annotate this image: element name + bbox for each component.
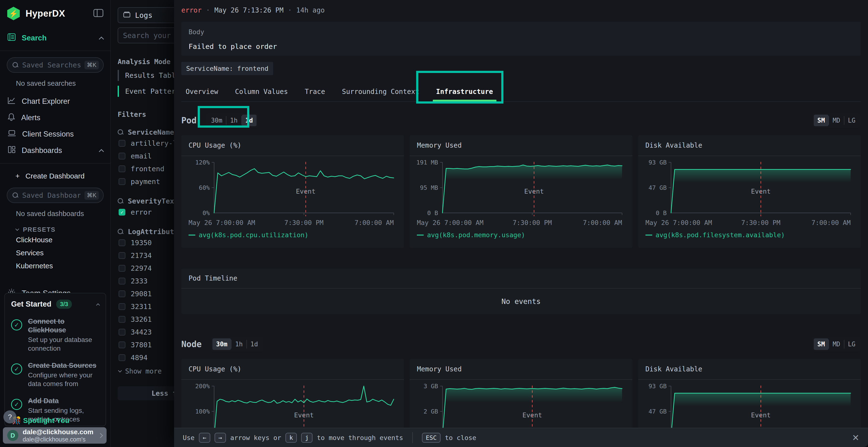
checkbox[interactable] (119, 153, 125, 160)
sidebar-item-dashboards[interactable]: Dashboards (0, 142, 111, 159)
pod-memory-plot: 191 MB95 MB0 BEventMay 26 7:00:00 AM7:30… (417, 159, 625, 231)
task-title: Connect to ClickHouse (28, 317, 99, 335)
chart-title: CPU Usage (%) (181, 135, 404, 156)
pod-range-1d[interactable]: 1d (242, 115, 256, 126)
get-started-task-list: ✓Connect to ClickHouseSet up your databa… (11, 317, 99, 424)
saved-searches-input[interactable]: Saved Searches ⌘K (7, 57, 104, 73)
pod-range-1h[interactable]: 1h (226, 115, 241, 126)
node-section-header: Node 30m1h1d SMMDLG (181, 337, 861, 352)
presets-label: PRESETS (23, 226, 56, 233)
node-size-group: SMMDLG (812, 337, 861, 352)
checkbox[interactable] (119, 140, 125, 147)
svg-text:Event: Event (296, 187, 315, 195)
pod-size-lg[interactable]: LG (844, 115, 859, 126)
get-started-task[interactable]: ✓Create Data SourcesConfigure where your… (11, 361, 99, 388)
chart-explorer-icon (7, 96, 16, 106)
node-section-title: Node (181, 339, 202, 349)
user-org: dale@clickhouse.com's (23, 436, 93, 443)
search-nav-icon (7, 33, 16, 43)
node-size-lg[interactable]: LG (844, 338, 859, 350)
sidebar-item-label: Search (22, 34, 46, 42)
body-value: Failed to place order (189, 42, 854, 50)
task-desc: Set up your database connection (28, 336, 99, 353)
service-name-chip[interactable]: ServiceName: frontend (181, 62, 273, 75)
search-icon (12, 62, 18, 68)
pod-range-30m[interactable]: 30m (207, 115, 226, 126)
node-range-30m[interactable]: 30m (212, 338, 231, 350)
checkbox[interactable] (119, 316, 125, 323)
checkbox[interactable] (119, 290, 125, 297)
tab-column-values[interactable]: Column Values (235, 84, 288, 101)
event-relative-time: 14h ago (296, 6, 325, 14)
pod-size-sm[interactable]: SM (814, 115, 829, 126)
svg-text:0 B: 0 B (656, 209, 667, 216)
sidebar-item-search[interactable]: Search (0, 30, 111, 46)
bell-icon (7, 112, 16, 123)
create-dashboard-label: Create Dashboard (26, 172, 85, 180)
legend-line-swatch (646, 235, 652, 236)
saved-dashboards-input[interactable]: Saved Dashboards ⌘K (7, 187, 104, 203)
filter-option-label: payment (131, 177, 160, 186)
search-icon (118, 198, 123, 204)
create-dashboard-button[interactable]: + Create Dashboard (0, 168, 111, 184)
checkbox[interactable]: ✓ (119, 209, 125, 215)
node-range-1d[interactable]: 1d (247, 338, 261, 350)
chevron-up-icon[interactable] (96, 303, 100, 307)
mode-indicator-bar (118, 70, 119, 81)
pod-time-range-group: 30m1h1d (206, 113, 258, 128)
task-check-icon: ✓ (11, 319, 22, 331)
sidebar: ⚡ HyperDX Search Saved Searches ⌘K No sa… (0, 0, 111, 447)
svg-text:7:30:00 PM: 7:30:00 PM (741, 219, 780, 227)
presets-toggle[interactable]: PRESETS (16, 226, 111, 233)
filter-option-label: 2333 (131, 277, 148, 285)
checkbox[interactable] (119, 252, 125, 259)
arrow-left-key: ← (199, 433, 210, 443)
tab-surrounding-context[interactable]: Surrounding Context (342, 84, 419, 101)
svg-text:93 GB: 93 GB (649, 159, 667, 166)
checkbox[interactable] (119, 278, 125, 284)
preset-kubernetes[interactable]: Kubernetes (0, 260, 111, 272)
tab-overview[interactable]: Overview (186, 84, 218, 101)
sidebar-collapse-icon[interactable] (93, 8, 104, 19)
pod-size-md[interactable]: MD (829, 115, 844, 126)
node-range-1h[interactable]: 1h (231, 338, 246, 350)
checkbox[interactable] (119, 354, 125, 361)
sidebar-item-client-sessions[interactable]: Client Sessions (0, 126, 111, 142)
preset-services[interactable]: Services (0, 246, 111, 260)
chevron-down-icon (118, 369, 122, 373)
checkbox[interactable] (119, 342, 125, 348)
help-button[interactable]: ? (3, 410, 17, 423)
dashboards-grid-icon (7, 145, 16, 156)
user-account-chip[interactable]: D dale@clickhouse.com dale@clickhouse.co… (3, 427, 106, 444)
checkbox[interactable] (119, 303, 125, 310)
arrow-right-key: → (215, 433, 226, 443)
pod-size-group: SMMDLG (812, 113, 861, 128)
node-size-sm[interactable]: SM (814, 338, 829, 350)
task-desc: Configure where your data comes from (28, 371, 99, 388)
svg-text:191 MB: 191 MB (417, 159, 438, 166)
checkbox[interactable] (119, 178, 125, 185)
chevron-up-icon (99, 149, 104, 154)
checkbox[interactable] (119, 265, 125, 272)
tab-infrastructure[interactable]: Infrastructure (436, 84, 493, 101)
node-time-range-group: 30m1h1d (211, 337, 263, 352)
preset-clickhouse[interactable]: ClickHouse (0, 233, 111, 246)
sidebar-item-chart-explorer[interactable]: Chart Explorer (0, 93, 111, 110)
get-started-task[interactable]: ✓Connect to ClickHouseSet up your databa… (11, 317, 99, 353)
pod-timeline-card: Pod Timeline No events (181, 269, 861, 314)
pod-cpu-plot: 120%60%0%EventMay 26 7:00:00 AM7:30:00 P… (189, 159, 397, 231)
checkbox[interactable] (119, 239, 125, 246)
mode-label: Results Table (125, 71, 180, 79)
sidebar-item-alerts[interactable]: Alerts (0, 110, 111, 126)
hyperdx-logo-icon: ⚡ (7, 7, 20, 20)
tab-trace[interactable]: Trace (305, 84, 325, 101)
avatar: D (7, 430, 18, 441)
cmd-k-hint: ⌘K (84, 191, 99, 200)
close-icon[interactable]: ✕ (852, 433, 859, 443)
checkbox[interactable] (119, 329, 125, 336)
get-started-card: Get Started 3/3 ✓Connect to ClickHouseSe… (4, 293, 106, 426)
task-check-icon: ✓ (11, 399, 22, 410)
filter-option-label: 19350 (131, 239, 152, 247)
checkbox[interactable] (119, 166, 125, 172)
node-size-md[interactable]: MD (829, 338, 844, 350)
